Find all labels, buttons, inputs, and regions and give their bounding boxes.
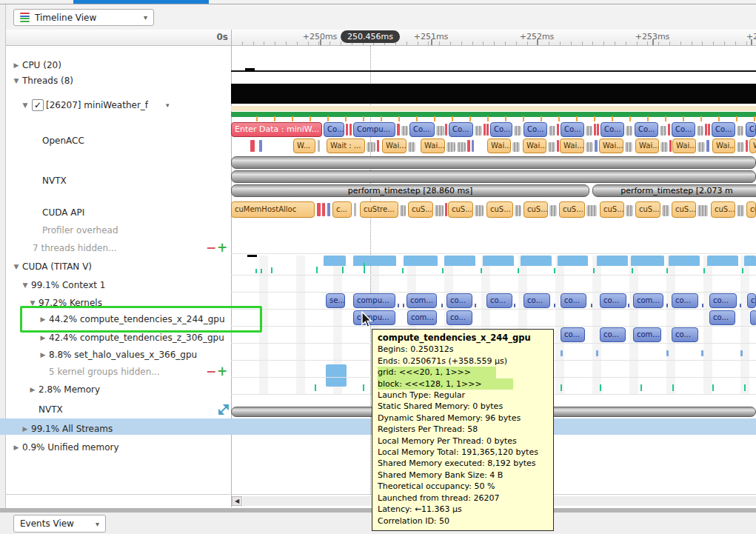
kernel-block[interactable]: co... — [446, 293, 472, 308]
expand-arrow-icon[interactable]: ▶ — [39, 347, 47, 362]
openacc-wait-block[interactable]: Wait : ... — [327, 138, 365, 153]
events-view-dropdown[interactable]: Events View ▾ — [13, 515, 106, 533]
kernel-block[interactable]: co... — [523, 293, 550, 308]
openacc-event-block[interactable]: Co... — [324, 122, 344, 137]
expand-arrow-icon[interactable]: ▶ — [39, 330, 47, 345]
openacc-event-block[interactable]: Co... — [409, 122, 435, 137]
openacc-wait-block[interactable]: Wai... — [672, 138, 696, 153]
openacc-wait-block[interactable]: W... — [293, 138, 315, 153]
openacc-wait-block[interactable]: Wai... — [599, 138, 623, 153]
kernel-block[interactable]: co... — [600, 293, 626, 308]
openacc-wait-separator — [706, 140, 709, 152]
openacc-wait-block[interactable]: W — [749, 138, 756, 153]
remove-filter-icon[interactable]: − — [206, 364, 216, 378]
cuda-api-call-block[interactable]: cu — [746, 201, 756, 218]
compute-tendencies-z-kernel-block[interactable]: co... — [561, 327, 585, 342]
openacc-event-block[interactable]: Co... — [561, 122, 584, 137]
compute-tendencies-z-kernel-block[interactable]: co... — [672, 327, 698, 342]
compute-tendencies-z-kernel-block[interactable]: com... — [633, 327, 661, 342]
openacc-event-block[interactable]: Enter Data : miniW... — [231, 122, 322, 137]
expand-arrow-icon[interactable]: ▶ — [12, 58, 21, 73]
collapse-arrow-icon[interactable]: ▼ — [12, 73, 21, 88]
collapse-arrow-icon[interactable]: ▼ — [12, 259, 21, 274]
openacc-wait-separator — [512, 142, 520, 152]
expand-arrow-icon[interactable]: ▶ — [21, 421, 30, 436]
expand-resize-icon[interactable] — [218, 404, 230, 415]
compute-tendencies-x-kernel-block[interactable]: co... — [709, 310, 735, 325]
openacc-launch-ticks — [256, 116, 756, 121]
sidebar-item-label: 99.1% Context 1 — [31, 278, 105, 293]
process-checkbox[interactable]: ✓ — [32, 99, 44, 111]
kernel-tooltip: compute_tendencies_x_244_gpu Begins: 0.2… — [372, 329, 554, 531]
gpu-busy-segment — [324, 256, 346, 266]
compute-tendencies-x-kernel-block[interactable]: compu... — [353, 310, 395, 325]
memory-op-mark — [364, 263, 365, 273]
compute-tendencies-x-kernel-block[interactable]: co... — [446, 310, 472, 325]
gpu-busy-segment — [597, 256, 628, 266]
openacc-event-block[interactable]: Co... — [523, 122, 547, 137]
openacc-event-block[interactable]: Co... — [712, 122, 735, 137]
cuda-api-call-block[interactable]: cuS... — [486, 201, 513, 218]
openacc-event-block[interactable]: Compu... — [353, 122, 395, 137]
kernel-block[interactable]: se... — [326, 293, 345, 308]
cuda-api-call-block[interactable]: cuS... — [559, 201, 585, 218]
openacc-wait-separator — [408, 142, 415, 152]
sidebar-item-label: NVTX — [39, 402, 63, 417]
cuda-api-call-block[interactable]: cuS... — [711, 201, 735, 218]
openacc-event-separator — [475, 126, 482, 136]
kernel-block[interactable]: com... — [407, 293, 437, 308]
cuda-api-call-block[interactable]: cuS... — [448, 201, 473, 218]
kernel-block[interactable]: co... — [561, 293, 586, 308]
cuda-api-call-block[interactable]: cuMemHostAlloc — [231, 201, 315, 218]
cuda-api-call-block[interactable]: cuS... — [635, 201, 660, 218]
kernel-block[interactable]: co... — [709, 293, 737, 308]
gpu-busy-segment — [521, 256, 552, 266]
cuda-api-call-block[interactable]: cuS... — [672, 201, 696, 218]
expand-arrow-icon[interactable]: ▶ — [12, 440, 21, 455]
openacc-event-block[interactable]: Co... — [449, 122, 473, 137]
openacc-wait-block[interactable]: Wai... — [560, 138, 584, 153]
openacc-event-separator — [594, 124, 596, 136]
compute-tendencies-z-kernel-block[interactable]: co... — [600, 327, 626, 342]
cuda-api-call-block[interactable]: c... — [332, 201, 352, 218]
openacc-event-block[interactable]: Co... — [672, 122, 695, 137]
kernel-block[interactable]: com... — [633, 293, 663, 308]
kernel-block[interactable]: co... — [486, 293, 512, 308]
kernel-block[interactable]: co — [747, 293, 756, 308]
openacc-wait-block[interactable]: Wai... — [487, 138, 511, 153]
chevron-down-icon[interactable]: ▾ — [166, 98, 170, 113]
add-filter-icon[interactable]: + — [217, 241, 227, 254]
add-filter-icon[interactable]: + — [217, 364, 227, 378]
collapse-arrow-icon[interactable]: ▼ — [21, 98, 30, 113]
cuda-api-call-block[interactable]: cuS... — [523, 201, 548, 218]
cuda-api-call-block[interactable]: cuStre... — [360, 201, 398, 218]
gpu-busy-segment — [558, 256, 588, 266]
memory-transfer-mark — [561, 384, 562, 391]
nvtx-perform-timestep-bar[interactable]: perform_timestep [28.860 ms] — [231, 184, 589, 197]
compute-tendencies-x-kernel-block[interactable]: com... — [407, 310, 437, 325]
kernel-block[interactable]: compu... — [353, 293, 395, 308]
nvtx-range-bar[interactable] — [231, 170, 756, 183]
openacc-event-separator — [486, 124, 489, 136]
openacc-wait-block[interactable]: Wai... — [635, 138, 659, 153]
memory-op-mark — [261, 269, 262, 273]
remove-filter-icon[interactable]: − — [206, 241, 216, 254]
nvtx-range-bar[interactable] — [231, 156, 756, 169]
timeline-view-dropdown[interactable]: Timeline View ▾ — [13, 9, 154, 26]
nvtx-perform-timestep-bar[interactable]: perform_timestep [2.073 m — [592, 184, 756, 197]
kernel-block[interactable]: co... — [672, 293, 698, 308]
openacc-event-block[interactable]: Co... — [490, 122, 512, 137]
openacc-event-block[interactable]: Co... — [635, 122, 658, 137]
openacc-wait-block[interactable]: Wai... — [712, 138, 735, 153]
gpu-busy-segment — [744, 256, 756, 266]
openacc-wait-block[interactable]: Wai... — [421, 138, 445, 153]
openacc-event-block[interactable]: Co... — [601, 122, 624, 137]
cuda-api-call-block[interactable]: cuS... — [600, 201, 624, 218]
cuda-api-call-block[interactable]: cuS... — [408, 201, 433, 218]
openacc-event-block[interactable]: Co — [746, 122, 756, 137]
expand-arrow-icon[interactable]: ▶ — [28, 382, 37, 397]
openacc-wait-block[interactable]: Wai... — [523, 138, 546, 153]
openacc-wait-block[interactable]: Wai... — [382, 138, 407, 153]
collapse-arrow-icon[interactable]: ▼ — [21, 278, 30, 293]
thread-state-bar[interactable] — [231, 84, 756, 104]
